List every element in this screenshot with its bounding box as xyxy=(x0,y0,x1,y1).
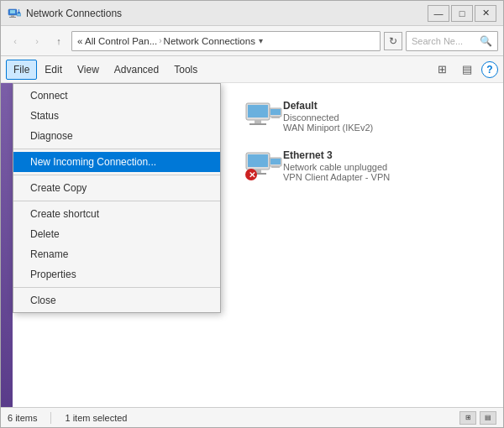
menu-close[interactable]: Close xyxy=(13,290,220,311)
item-count: 6 items xyxy=(8,413,37,423)
svg-text:✕: ✕ xyxy=(249,170,255,180)
svg-rect-3 xyxy=(9,17,16,18)
back-button[interactable]: ‹ xyxy=(6,32,24,50)
menu-create-copy[interactable]: Create Copy xyxy=(13,178,220,198)
address-separator: › xyxy=(159,36,161,45)
svg-rect-19 xyxy=(270,159,281,164)
window-icon xyxy=(8,7,21,20)
menu-file[interactable]: File xyxy=(6,60,37,80)
svg-rect-12 xyxy=(270,109,281,115)
status-icon-2: ▤ xyxy=(480,411,496,425)
sidebar-accent-bar xyxy=(1,83,13,407)
connection-ethernet3-icon: ✕ xyxy=(243,151,283,181)
address-box[interactable]: « All Control Pan... › Network Connectio… xyxy=(71,31,381,51)
up-button[interactable]: ↑ xyxy=(50,32,68,50)
content-area: Default Disconnected WAN Miniport (IKEv2… xyxy=(13,83,503,407)
svg-rect-9 xyxy=(255,120,261,123)
window-title: Network Connections xyxy=(26,8,428,19)
address-prefix: « All Control Pan... xyxy=(77,36,157,46)
connection-ethernet3[interactable]: ✕ Ethernet 3 Network cable unplugged VPN… xyxy=(234,143,490,189)
svg-rect-2 xyxy=(11,15,14,17)
address-current: Network Connections xyxy=(164,36,255,46)
menu-diagnose[interactable]: Diagnose xyxy=(13,126,220,146)
svg-rect-6 xyxy=(17,13,21,16)
svg-rect-13 xyxy=(271,117,280,118)
menu-new-incoming[interactable]: New Incoming Connection... xyxy=(13,152,220,172)
menu-status[interactable]: Status xyxy=(13,106,220,126)
separator-1 xyxy=(13,149,220,149)
menu-connect[interactable]: Connect xyxy=(13,86,220,106)
connection-default-status: Disconnected xyxy=(283,112,481,123)
menu-properties[interactable]: Properties xyxy=(13,264,220,284)
menu-rename[interactable]: Rename xyxy=(13,244,220,264)
menu-create-shortcut[interactable]: Create shortcut xyxy=(13,204,220,224)
selected-count: 1 item selected xyxy=(65,413,127,423)
close-button[interactable]: ✕ xyxy=(475,5,496,22)
connection-ethernet3-status: Network cable unplugged xyxy=(283,162,481,172)
status-icon-1: ⊞ xyxy=(459,411,476,425)
view-list-button[interactable]: ▤ xyxy=(456,60,478,80)
connection-ethernet3-type: VPN Client Adapter - VPN xyxy=(283,172,481,182)
title-bar: Network Connections — □ ✕ xyxy=(1,1,503,26)
svg-rect-5 xyxy=(18,12,20,13)
status-bar-right: ⊞ ▤ xyxy=(459,411,496,425)
search-icon: 🔍 xyxy=(480,35,492,47)
separator-2 xyxy=(13,175,220,175)
menu-view[interactable]: View xyxy=(70,60,107,80)
connection-ethernet3-info: Ethernet 3 Network cable unplugged VPN C… xyxy=(283,149,481,182)
svg-rect-15 xyxy=(248,154,268,167)
connection-default-info: Default Disconnected WAN Miniport (IKEv2… xyxy=(283,100,481,133)
main-window: Network Connections — □ ✕ ‹ › ↑ « All Co… xyxy=(0,0,504,428)
view-toggle-button[interactable]: ⊞ xyxy=(431,60,453,80)
menu-advanced[interactable]: Advanced xyxy=(107,60,166,80)
connection-default[interactable]: Default Disconnected WAN Miniport (IKEv2… xyxy=(234,93,490,139)
main-content: Default Disconnected WAN Miniport (IKEv2… xyxy=(1,83,503,407)
svg-rect-1 xyxy=(10,10,15,13)
status-bar: 6 items 1 item selected ⊞ ▤ xyxy=(1,407,503,427)
maximize-button[interactable]: □ xyxy=(451,5,473,22)
connection-default-type: WAN Miniport (IKEv2) xyxy=(283,123,481,133)
help-button[interactable]: ? xyxy=(481,61,498,78)
connection-default-name: Default xyxy=(283,100,481,112)
connection-ethernet3-name: Ethernet 3 xyxy=(283,149,481,161)
menu-bar: File Edit View Advanced Tools ⊞ ▤ ? xyxy=(1,56,503,83)
connection-default-icon xyxy=(243,102,283,132)
separator-4 xyxy=(13,287,220,288)
file-dropdown-menu: Connect Status Diagnose New Incoming Con… xyxy=(13,83,221,313)
menu-delete[interactable]: Delete xyxy=(13,224,220,244)
address-dropdown-arrow: ▾ xyxy=(259,36,263,45)
svg-rect-8 xyxy=(248,105,268,117)
menu-tools[interactable]: Tools xyxy=(166,60,205,80)
svg-rect-20 xyxy=(271,166,280,168)
forward-button[interactable]: › xyxy=(28,32,46,50)
search-placeholder: Search Ne... xyxy=(412,36,463,46)
menu-edit[interactable]: Edit xyxy=(37,60,70,80)
svg-rect-10 xyxy=(249,123,266,125)
separator-3 xyxy=(13,201,220,201)
status-divider xyxy=(50,412,51,424)
window-controls: — □ ✕ xyxy=(428,5,496,22)
search-box[interactable]: Search Ne... 🔍 xyxy=(406,31,498,51)
refresh-button[interactable]: ↻ xyxy=(384,32,402,50)
address-bar: ‹ › ↑ « All Control Pan... › Network Con… xyxy=(1,26,503,56)
minimize-button[interactable]: — xyxy=(428,5,449,22)
toolbar-right: ⊞ ▤ ? xyxy=(431,60,498,80)
